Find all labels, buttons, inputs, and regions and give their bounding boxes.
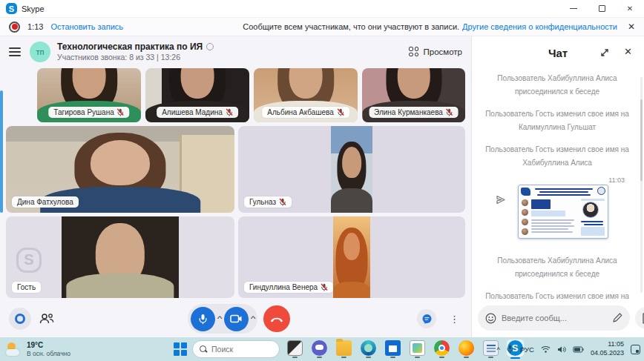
open-chat-button[interactable] (417, 309, 436, 328)
mic-button[interactable] (191, 307, 215, 331)
chat-scrollbar[interactable] (640, 77, 643, 293)
video-tile[interactable]: Элина Курманкаева (362, 68, 465, 122)
stop-recording-link[interactable]: Остановить запись (50, 22, 123, 31)
call-info-icon (206, 43, 214, 50)
emoji-icon[interactable] (485, 313, 496, 324)
participant-name-pill: Гость (12, 282, 41, 293)
message-input-pill[interactable] (478, 305, 630, 331)
weather-icon (6, 342, 22, 356)
chat-close-icon[interactable]: ✕ (624, 46, 632, 57)
video-tile[interactable]: Алишева Мадина (145, 68, 249, 122)
menu-icon[interactable] (9, 47, 21, 56)
system-message: Пользователь Хабибуллина Алисаприсоедини… (479, 254, 635, 280)
participant-name: Дина Фатхулова (17, 198, 73, 206)
window-titlebar: S Skype ✕ (0, 0, 644, 18)
start-button[interactable] (174, 342, 187, 356)
privacy-link[interactable]: Другие сведения о конфиденциальности (462, 22, 617, 31)
grid-view-icon (409, 47, 418, 56)
maximize-icon (599, 5, 605, 12)
participants-icon[interactable] (39, 312, 55, 325)
mic-options-chevron-icon[interactable]: ^ (217, 315, 223, 322)
maximize-button[interactable] (588, 0, 616, 17)
chat-messages: Пользователь Хабибуллина Алисаприсоедини… (479, 72, 635, 299)
mic-icon (198, 314, 208, 325)
recording-active-button[interactable] (9, 308, 31, 330)
taskbar-weather[interactable]: 19°C В осн. облачно (6, 341, 70, 357)
search-input[interactable] (211, 345, 272, 354)
tray-mic-icon[interactable] (507, 345, 513, 354)
chat-panel: Чат ✕ Пользователь Хабибуллина Алисаприс… (471, 36, 644, 337)
taskbar-search[interactable] (192, 340, 280, 358)
video-tile[interactable]: Гиндуллина Венера (238, 216, 465, 298)
participant-name-pill: Дина Фатхулова (12, 196, 79, 208)
more-options-icon[interactable]: ⋮ (450, 314, 459, 325)
image-message: 11:03 (479, 179, 635, 244)
store-icon (385, 340, 401, 356)
participant-name: Гульназ (249, 198, 276, 206)
close-icon: ✕ (627, 4, 633, 13)
view-button[interactable]: Просмотр (409, 47, 462, 56)
participant-name-pill: Элина Курманкаева (369, 107, 459, 118)
language-indicator[interactable]: РУС (520, 345, 534, 354)
taskbar-app-edge[interactable] (358, 340, 378, 358)
volume-icon[interactable] (557, 345, 566, 354)
forward-icon[interactable] (496, 195, 506, 205)
skype-logo-icon: S (6, 3, 17, 14)
call-title: Технологическая практика по ИЯ (57, 42, 203, 52)
video-stage: Тагирова Рушана Алишева Мадина Альбина А… (0, 67, 471, 337)
skype-window: S Skype ✕ 1:13 Остановить запись Сообщит… (0, 0, 644, 361)
end-call-button[interactable] (263, 305, 290, 332)
video-tile[interactable]: Гульназ (238, 126, 465, 213)
firefox-icon (459, 340, 474, 356)
video-tile[interactable]: Альбина Акбашева (254, 68, 358, 122)
camera-icon (230, 314, 243, 323)
message-input[interactable] (502, 314, 607, 322)
participant-name: Тагирова Рушана (53, 108, 114, 116)
shared-image[interactable] (518, 185, 608, 239)
attach-file-button[interactable] (635, 307, 644, 329)
taskbar-app-task-view[interactable] (285, 340, 304, 358)
edge-icon (361, 340, 376, 356)
file-icon (642, 313, 644, 324)
system-message: Пользователь Гость изменил свое имя наХа… (479, 143, 635, 169)
participant-name-pill: Гиндуллина Венера (244, 282, 333, 293)
chrome-icon (434, 340, 450, 356)
system-message: Пользователь Гость изменил свое имя наХа… (479, 290, 635, 299)
recording-notice: Сообщите всем участникам, что они участв… (243, 22, 459, 31)
video-tile[interactable]: Тагирова Рушана (37, 68, 141, 122)
clock-time: 11:05 (591, 340, 624, 349)
weather-condition: В осн. облачно (27, 350, 70, 357)
hidden-icons-chevron-icon[interactable]: ^ (496, 345, 499, 354)
call-title-block[interactable]: Технологическая практика по ИЯ Участнико… (57, 42, 214, 62)
camera-button[interactable] (224, 307, 249, 331)
taskbar-app-chrome[interactable] (432, 340, 451, 358)
video-tile[interactable]: S Гость (6, 216, 234, 298)
taskbar-app-store[interactable] (383, 340, 402, 358)
camera-options-chevron-icon[interactable]: ^ (251, 315, 256, 322)
mic-muted-icon (279, 198, 286, 206)
notification-center-icon[interactable] (631, 345, 640, 354)
video-tile[interactable]: Дина Фатхулова (6, 126, 234, 213)
message-time: 11:03 (608, 176, 625, 184)
close-button[interactable]: ✕ (616, 0, 644, 17)
chat-expand-icon[interactable] (599, 47, 610, 58)
minimize-button[interactable] (559, 0, 588, 17)
task-view-icon (287, 340, 303, 356)
battery-icon[interactable] (573, 346, 584, 353)
taskbar-clock[interactable]: 11:05 04.05.2023 (591, 340, 624, 357)
wifi-icon[interactable] (541, 345, 551, 353)
windows-taskbar: 19°C В осн. облачно S ^ РУС (0, 337, 644, 361)
mic-camera-pill: ^ ^ (188, 304, 257, 334)
recording-indicator-icon (9, 21, 20, 33)
participant-name: Гиндуллина Венера (249, 283, 318, 291)
group-avatar[interactable]: тп (30, 42, 50, 62)
taskbar-app-photos[interactable] (407, 340, 427, 358)
banner-close-icon[interactable]: ✕ (628, 21, 635, 32)
pen-icon[interactable] (612, 313, 622, 323)
participant-name-pill: Тагирова Рушана (48, 107, 129, 118)
taskbar-app-teams-chat[interactable] (309, 340, 329, 358)
taskbar-app-file-explorer[interactable] (334, 340, 353, 358)
taskbar-app-firefox[interactable] (456, 340, 476, 358)
clock-date: 04.05.2023 (591, 349, 624, 358)
stage-scrollbar[interactable] (0, 90, 3, 213)
